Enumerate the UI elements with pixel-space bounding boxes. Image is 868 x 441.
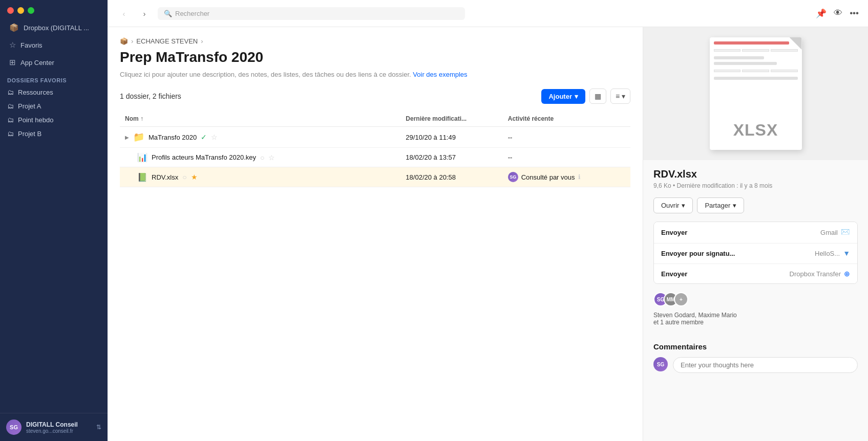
table-row[interactable]: 📗 RDV.xlsx ○ ★ 18/02/20 à 20:58 SG Consu…: [120, 167, 630, 187]
comments-section: Commentaires SG: [643, 342, 868, 381]
chevron-down-icon: ▾: [682, 202, 685, 209]
sidebar-item-app-center[interactable]: ⊞ App Center: [2, 54, 105, 71]
send-hellos-option[interactable]: Envoyer pour signatu... HelloS... ▼: [654, 243, 857, 263]
folder-file-icon: 📁: [133, 131, 144, 143]
file-name: Profils acteurs MaTransfo 2020.key: [152, 153, 256, 161]
user-avatar: SG: [6, 420, 22, 435]
star-icon[interactable]: ☆: [211, 133, 218, 141]
send-gmail-option[interactable]: Envoyer Gmail ✉️: [654, 222, 857, 242]
activity: --: [503, 127, 630, 148]
col-activity-header: Activité récente: [503, 111, 630, 127]
send-label: Envoyer: [661, 270, 687, 278]
maximize-button[interactable]: [28, 7, 34, 14]
sidebar: 📦 Dropbox (DIGITALL ... ☆ Favoris ⊞ App …: [0, 0, 108, 441]
pin-button[interactable]: 📌: [816, 8, 827, 19]
back-button[interactable]: ‹: [117, 6, 131, 20]
panel-file-name: RDV.xlsx: [653, 168, 858, 180]
activity-avatar: SG: [508, 172, 518, 182]
sidebar-section-label: Dossiers favoris: [0, 71, 108, 85]
user-initials: SG: [10, 424, 18, 430]
eye-button[interactable]: 👁: [834, 8, 842, 18]
members-section: SG MM + Steven Godard, Maxime Mario et 1…: [653, 292, 858, 326]
user-info: DIGITALL Conseil steven.go...conseil.fr: [26, 421, 92, 434]
topbar-right: 📌 👁 •••: [816, 8, 859, 19]
modified-date: 29/10/20 à 11:49: [400, 127, 502, 148]
modified-date: 18/02/20 à 13:57: [400, 148, 502, 167]
member-avatars: SG MM +: [653, 292, 858, 306]
panel-file-meta: 9,6 Ko • Dernière modification : il y a …: [653, 182, 858, 189]
comment-input-row: SG: [653, 357, 858, 373]
folder-icon: 🗂: [7, 89, 14, 96]
main-content: ‹ › 🔍 Rechercher 📌 👁 ••• 📦 › ECHANGE STE…: [108, 0, 868, 441]
activity-label: Consulté par vous: [521, 173, 575, 181]
minimize-button[interactable]: [17, 7, 24, 14]
info-icon[interactable]: ℹ: [578, 173, 581, 181]
xlsx-preview: XLSX: [710, 37, 802, 150]
expand-icon[interactable]: ▶: [125, 135, 129, 140]
status-check-icon: ✓: [201, 133, 207, 141]
sidebar-item-favorites[interactable]: ☆ Favoris: [2, 37, 105, 53]
panel-actions: Ouvrir ▾ Partager ▾: [653, 197, 858, 213]
file-preview: XLSX: [643, 27, 868, 160]
table-row[interactable]: 📊 Profils acteurs MaTransfo 2020.key ○ ☆…: [120, 148, 630, 167]
star-icon[interactable]: ☆: [268, 153, 275, 162]
file-list-header: 1 dossier, 2 fichiers Ajouter ▾ ▦ ≡ ▾: [120, 89, 630, 104]
xlsx-file-icon: 📗: [137, 172, 147, 182]
sidebar-item-ressources[interactable]: 🗂 Ressources: [0, 85, 108, 99]
comments-title: Commentaires: [653, 342, 858, 351]
add-button[interactable]: Ajouter ▾: [541, 89, 585, 104]
sidebar-bottom: SG DIGITALL Conseil steven.go...conseil.…: [0, 413, 108, 441]
file-actions: Ajouter ▾ ▦ ≡ ▾: [541, 89, 630, 104]
col-name-header: Nom ↑: [120, 111, 400, 127]
chevron-down-icon: ▾: [733, 202, 736, 209]
chevron-up-down-icon[interactable]: ⇅: [96, 424, 101, 431]
list-view-button[interactable]: ≡ ▾: [610, 89, 630, 104]
gmail-icon: ✉️: [841, 228, 850, 237]
sidebar-item-point-hebdo[interactable]: 🗂 Point hebdo: [0, 113, 108, 127]
send-label: Envoyer: [661, 229, 687, 236]
traffic-lights: [0, 0, 108, 19]
sidebar-folder-name: Point hebdo: [18, 116, 53, 124]
breadcrumb-root[interactable]: 📦: [120, 37, 128, 45]
close-button[interactable]: [7, 7, 14, 14]
more-button[interactable]: •••: [850, 8, 859, 18]
file-name-cell: 📊 Profils acteurs MaTransfo 2020.key ○ ☆: [125, 152, 395, 162]
chevron-down-icon: ▾: [575, 93, 578, 100]
share-button[interactable]: Partager ▾: [697, 197, 744, 213]
sidebar-item-dropbox[interactable]: 📦 Dropbox (DIGITALL ...: [2, 19, 105, 36]
xlsx-label: XLSX: [733, 121, 778, 140]
send-service: Gmail ✉️: [820, 228, 850, 237]
dropbox-transfer-label: Dropbox Transfer: [790, 270, 841, 278]
activity: --: [503, 148, 630, 167]
star-icon[interactable]: ★: [191, 173, 198, 181]
breadcrumb: 📦 › ECHANGE STEVEN ›: [120, 37, 630, 45]
table-row[interactable]: ▶ 📁 MaTransfo 2020 ✓ ☆ 29/10/20 à 11:49 …: [120, 127, 630, 148]
grid-icon: ⊞: [9, 58, 16, 67]
sidebar-item-projet-b[interactable]: 🗂 Projet B: [0, 127, 108, 141]
see-examples-link[interactable]: Voir des exemples: [413, 71, 467, 78]
file-name: RDV.xlsx: [152, 173, 178, 181]
gmail-label: Gmail: [820, 229, 838, 236]
hellos-icon: ▼: [843, 249, 850, 257]
send-options: Envoyer Gmail ✉️ Envoyer pour signatu...…: [653, 222, 858, 284]
sidebar-favorites-label: Favoris: [20, 41, 43, 49]
folder-icon: 🗂: [7, 102, 14, 110]
forward-button[interactable]: ›: [137, 6, 152, 20]
file-info-panel: RDV.xlsx 9,6 Ko • Dernière modification …: [643, 160, 868, 342]
status-circle-icon: ○: [182, 173, 186, 181]
comment-input[interactable]: [673, 357, 858, 373]
modified-date: 18/02/20 à 20:58: [400, 167, 502, 187]
file-count: 1 dossier, 2 fichiers: [120, 92, 181, 100]
send-service: Dropbox Transfer ⊕: [790, 270, 850, 278]
member-names: Steven Godard, Maxime Mario et 1 autre m…: [653, 312, 858, 326]
sidebar-item-projet-a[interactable]: 🗂 Projet A: [0, 99, 108, 113]
folder-title: Prep MaTransfo 2020: [120, 49, 630, 65]
open-button[interactable]: Ouvrir ▾: [653, 197, 693, 213]
search-bar[interactable]: 🔍 Rechercher: [158, 7, 465, 20]
breadcrumb-echange[interactable]: ECHANGE STEVEN: [136, 37, 198, 45]
send-transfer-option[interactable]: Envoyer Dropbox Transfer ⊕: [654, 263, 857, 283]
folder-icon: 🗂: [7, 116, 14, 124]
grid-view-button[interactable]: ▦: [589, 89, 606, 104]
search-placeholder: Rechercher: [175, 10, 209, 17]
topbar: ‹ › 🔍 Rechercher 📌 👁 •••: [108, 0, 868, 27]
